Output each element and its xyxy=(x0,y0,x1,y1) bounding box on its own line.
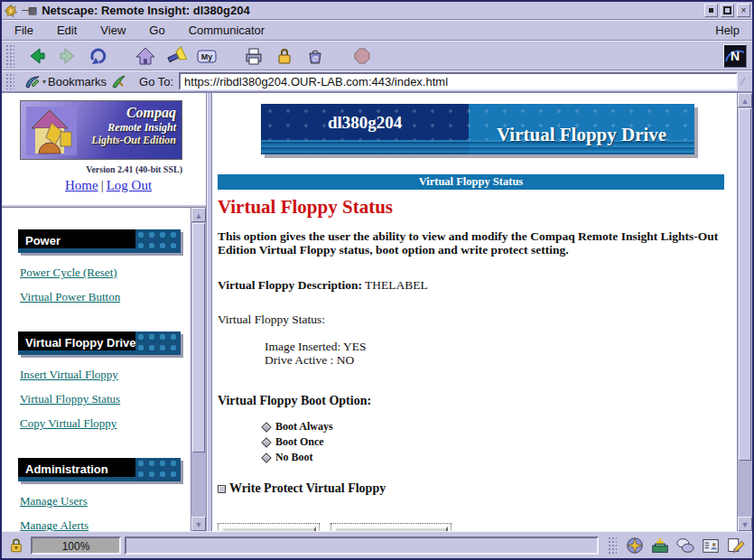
scroll-down-icon[interactable]: ▼ xyxy=(191,517,206,531)
bookmarks-icon[interactable] xyxy=(23,73,42,89)
status-bar: 100% xyxy=(2,531,752,558)
window-title: Netscape: Remote Insight: dl380g204 xyxy=(42,4,702,17)
composer-button[interactable] xyxy=(723,535,749,556)
write-protect-option[interactable]: Write Protect Virtual Floppy xyxy=(218,481,737,496)
title-bar[interactable]: ─▩ Netscape: Remote Insight: dl380g204 × xyxy=(2,2,752,20)
scroll-up-icon[interactable]: ▲ xyxy=(191,208,206,222)
search-icon xyxy=(165,45,187,67)
sidebar-item-manage-users[interactable]: Manage Users xyxy=(20,494,191,509)
menu-communicator[interactable]: Communicator xyxy=(189,23,265,37)
link-separator: | xyxy=(101,178,104,192)
sidebar-item-manage-alerts[interactable]: Manage Alerts xyxy=(20,518,191,531)
scroll-down-icon[interactable]: ▼ xyxy=(738,517,752,531)
bookmarks-label[interactable]: Bookmarks xyxy=(48,75,107,89)
bookmarks-dropdown-arrow[interactable]: ▾ xyxy=(42,78,46,86)
reload-button[interactable] xyxy=(85,43,112,69)
security-lock-button[interactable] xyxy=(5,536,27,555)
virtual-floppy-section-header: Virtual Floppy Drive xyxy=(18,331,181,355)
sidebar-scrollbar[interactable]: ▲ ▼ xyxy=(191,208,206,531)
navigator-button[interactable] xyxy=(622,535,647,556)
back-button[interactable] xyxy=(23,43,51,69)
progress-indicator: 100% xyxy=(31,537,121,555)
shop-button[interactable]: @ xyxy=(302,43,329,69)
floppy-description-row: Virtual Floppy Description: THELABEL xyxy=(218,278,737,293)
boot-once-option[interactable]: Boot Once xyxy=(261,434,737,450)
lights-out-house-icon xyxy=(24,105,79,157)
security-lock-icon xyxy=(8,537,24,554)
logo-text: Compaq Remote Insight Lights-Out Edition xyxy=(91,105,176,146)
sidebar-scrollbar-thumb[interactable] xyxy=(192,223,205,453)
goto-label: Go To: xyxy=(139,75,173,89)
location-bar-grip[interactable] xyxy=(5,73,14,89)
toolbar-grip[interactable] xyxy=(5,44,14,68)
radio-icon[interactable] xyxy=(261,453,271,462)
server-name: dl380g204 xyxy=(261,113,469,133)
scroll-up-icon[interactable]: ▲ xyxy=(738,93,752,107)
compaq-logo: Compaq Remote Insight Lights-Out Edition xyxy=(20,100,182,160)
form-buttons: Submit Changes Eject Virtual Floppy xyxy=(218,523,737,531)
svg-text:My: My xyxy=(201,52,213,61)
menu-view[interactable]: View xyxy=(100,23,126,37)
section-title-bar: Virtual Floppy Status xyxy=(218,174,724,190)
navigator-icon xyxy=(625,536,645,555)
pushpin-icon[interactable]: ─▩ xyxy=(22,5,36,16)
boot-always-label: Boot Always xyxy=(275,420,333,434)
address-book-button[interactable] xyxy=(698,535,723,556)
stop-button[interactable] xyxy=(349,43,376,69)
main-scrollbar[interactable]: ▲ ▼ xyxy=(737,93,752,531)
menu-help[interactable]: Help xyxy=(715,23,740,37)
close-button[interactable]: × xyxy=(737,4,750,17)
nav-section-virtual-floppy: Virtual Floppy Drive Insert Virtual Flop… xyxy=(18,331,191,431)
netscape-logo[interactable]: N xyxy=(723,44,747,68)
address-book-icon xyxy=(701,536,721,555)
menu-edit[interactable]: Edit xyxy=(57,23,77,37)
forward-button[interactable] xyxy=(54,43,81,69)
netscape-window: ─▩ Netscape: Remote Insight: dl380g204 ×… xyxy=(0,0,754,560)
boot-always-option[interactable]: Boot Always xyxy=(261,419,737,434)
sidebar-item-insert-virtual-floppy[interactable]: Insert Virtual Floppy xyxy=(20,368,191,382)
sidebar-item-copy-virtual-floppy[interactable]: Copy Virtual Floppy xyxy=(20,416,191,431)
discussions-icon xyxy=(675,536,695,555)
component-bar-grip[interactable] xyxy=(608,537,617,555)
sidebar-scrollbar-track[interactable] xyxy=(191,222,206,517)
menu-file[interactable]: File xyxy=(14,23,33,37)
reload-icon xyxy=(88,45,109,67)
maximize-button[interactable] xyxy=(721,4,734,17)
main-scrollbar-thumb[interactable] xyxy=(739,108,751,461)
mailbox-button[interactable] xyxy=(647,535,673,556)
search-button[interactable] xyxy=(163,43,190,69)
sidebar-item-virtual-power-button[interactable]: Virtual Power Button xyxy=(20,290,191,304)
main-scrollbar-track[interactable] xyxy=(738,107,752,517)
forward-icon xyxy=(57,45,79,67)
radio-icon[interactable] xyxy=(261,437,271,447)
sidebar-item-virtual-floppy-status[interactable]: Virtual Floppy Status xyxy=(20,392,191,406)
nav-section-administration: Administration Manage Users Manage Alert… xyxy=(18,458,191,531)
security-button[interactable] xyxy=(271,43,298,69)
radio-icon[interactable] xyxy=(261,422,271,432)
no-boot-option[interactable]: No Boot xyxy=(261,450,737,465)
boot-once-label: Boot Once xyxy=(275,435,324,449)
no-boot-label: No Boot xyxy=(275,451,313,464)
boot-option-label: Virtual Floppy Boot Option: xyxy=(218,394,737,408)
home-link[interactable]: Home xyxy=(65,178,98,192)
menu-bar: File Edit View Go Communicator Help xyxy=(2,20,752,41)
location-icon[interactable] xyxy=(110,73,126,89)
browser-frames: Compaq Remote Insight Lights-Out Edition… xyxy=(2,93,752,531)
home-button[interactable] xyxy=(132,43,159,69)
main-content: dl380g204 Virtual Floppy Drive Virtual F… xyxy=(212,93,737,531)
checkbox-icon[interactable] xyxy=(218,485,226,493)
main-frame: dl380g204 Virtual Floppy Drive Virtual F… xyxy=(212,93,752,531)
nav-section-power: Power Power Cycle (Reset) Virtual Power … xyxy=(18,229,191,304)
minimize-button[interactable] xyxy=(704,4,718,17)
menu-go[interactable]: Go xyxy=(149,23,164,37)
status-message-area xyxy=(125,537,599,555)
my-netscape-button[interactable]: My xyxy=(193,43,220,69)
url-input[interactable] xyxy=(179,72,738,90)
logout-link[interactable]: Log Out xyxy=(107,178,152,192)
floppy-description-label: Virtual Floppy Description: xyxy=(218,278,362,292)
sidebar-item-power-cycle[interactable]: Power Cycle (Reset) xyxy=(20,266,191,280)
url-resize-grip[interactable]: ∕ xyxy=(738,75,749,88)
print-button[interactable] xyxy=(240,43,267,69)
back-icon xyxy=(26,45,48,67)
discussions-button[interactable] xyxy=(673,535,698,556)
